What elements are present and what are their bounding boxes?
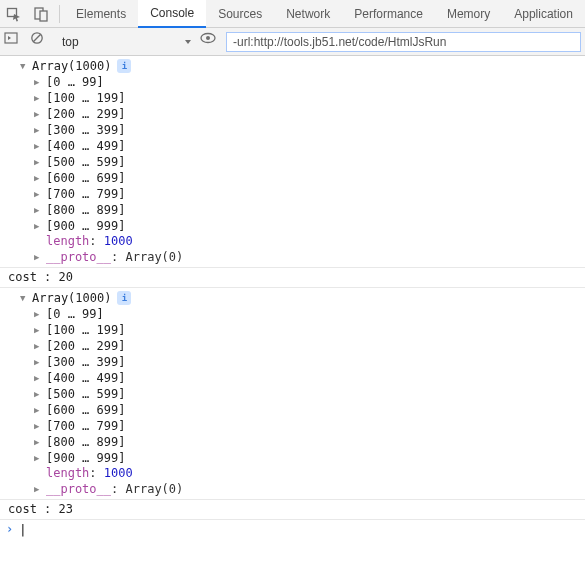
array-range-row[interactable]: [800 … 899]	[0, 202, 585, 218]
disclosure-triangle-icon[interactable]	[34, 122, 44, 138]
array-range-row[interactable]: [0 … 99]	[0, 306, 585, 322]
disclosure-triangle-icon[interactable]	[34, 106, 44, 122]
log-text: cost : 23	[0, 502, 585, 517]
property-key: length	[46, 466, 89, 481]
disclosure-triangle-icon[interactable]	[34, 386, 44, 402]
array-range-row[interactable]: [200 … 299]	[0, 106, 585, 122]
range-label: [0 … 99]	[46, 75, 104, 90]
disclosure-triangle-icon[interactable]	[34, 74, 44, 90]
disclosure-triangle-icon[interactable]	[34, 354, 44, 370]
array-range-row[interactable]: [700 … 799]	[0, 186, 585, 202]
array-length-row: length: 1000	[0, 466, 585, 481]
svg-rect-2	[40, 11, 47, 21]
range-label: [800 … 899]	[46, 203, 125, 218]
live-expression-icon[interactable]	[200, 31, 222, 53]
array-range-row[interactable]: [600 … 699]	[0, 402, 585, 418]
array-range-row[interactable]: [800 … 899]	[0, 434, 585, 450]
array-range-row[interactable]: [500 … 599]	[0, 386, 585, 402]
range-label: [0 … 99]	[46, 307, 104, 322]
range-label: [900 … 999]	[46, 219, 125, 234]
tab-application[interactable]: Application	[502, 0, 585, 28]
disclosure-triangle-icon[interactable]	[34, 306, 44, 322]
disclosure-triangle-icon[interactable]	[34, 402, 44, 418]
colon: :	[111, 250, 125, 265]
disclosure-triangle-icon[interactable]	[34, 481, 44, 497]
disclosure-triangle-icon[interactable]	[34, 218, 44, 234]
array-length-row: length: 1000	[0, 234, 585, 249]
console-body[interactable]: Array(1000) i [0 … 99] [100 … 199] [200 …	[0, 56, 585, 583]
array-range-row[interactable]: [900 … 999]	[0, 218, 585, 234]
info-badge-icon[interactable]: i	[117, 59, 131, 73]
svg-point-7	[206, 36, 210, 40]
array-range-row[interactable]: [900 … 999]	[0, 450, 585, 466]
array-range-row[interactable]: [100 … 199]	[0, 322, 585, 338]
toggle-sidebar-icon[interactable]	[4, 31, 26, 53]
array-range-row[interactable]: [0 … 99]	[0, 74, 585, 90]
array-range-row[interactable]: [200 … 299]	[0, 338, 585, 354]
range-label: [900 … 999]	[46, 451, 125, 466]
console-input[interactable]	[19, 523, 585, 537]
disclosure-triangle-icon[interactable]	[34, 90, 44, 106]
disclosure-triangle-icon[interactable]	[20, 290, 30, 306]
divider	[59, 5, 60, 23]
array-range-row[interactable]: [300 … 399]	[0, 122, 585, 138]
range-label: [300 … 399]	[46, 355, 125, 370]
log-entry: Array(1000) i [0 … 99] [100 … 199] [200 …	[0, 288, 585, 500]
array-range-row[interactable]: [500 … 599]	[0, 154, 585, 170]
array-header-row[interactable]: Array(1000) i	[0, 290, 585, 306]
range-label: [400 … 499]	[46, 139, 125, 154]
chevron-right-icon: ›	[6, 522, 13, 537]
tab-sources[interactable]: Sources	[206, 0, 274, 28]
array-range-row[interactable]: [400 … 499]	[0, 138, 585, 154]
tab-console[interactable]: Console	[138, 0, 206, 28]
range-label: [600 … 699]	[46, 171, 125, 186]
disclosure-triangle-icon[interactable]	[34, 249, 44, 265]
context-selector[interactable]: top	[56, 32, 196, 52]
array-header-label: Array(1000)	[32, 59, 111, 74]
range-label: [200 … 299]	[46, 107, 125, 122]
device-toolbar-icon[interactable]	[28, 0, 56, 28]
disclosure-triangle-icon[interactable]	[34, 170, 44, 186]
colon: :	[89, 234, 103, 249]
array-range-row[interactable]: [600 … 699]	[0, 170, 585, 186]
disclosure-triangle-icon[interactable]	[34, 434, 44, 450]
svg-line-5	[33, 34, 40, 41]
disclosure-triangle-icon[interactable]	[34, 202, 44, 218]
array-range-row[interactable]: [100 … 199]	[0, 90, 585, 106]
log-entry: cost : 20	[0, 268, 585, 288]
inspect-element-icon[interactable]	[0, 0, 28, 28]
tab-memory[interactable]: Memory	[435, 0, 502, 28]
tab-performance[interactable]: Performance	[342, 0, 435, 28]
clear-console-icon[interactable]	[30, 31, 52, 53]
disclosure-triangle-icon[interactable]	[34, 138, 44, 154]
array-range-row[interactable]: [400 … 499]	[0, 370, 585, 386]
disclosure-triangle-icon[interactable]	[34, 322, 44, 338]
disclosure-triangle-icon[interactable]	[20, 58, 30, 74]
range-label: [400 … 499]	[46, 371, 125, 386]
array-header-label: Array(1000)	[32, 291, 111, 306]
filter-input[interactable]	[226, 32, 581, 52]
array-range-row[interactable]: [300 … 399]	[0, 354, 585, 370]
array-proto-row[interactable]: __proto__: Array(0)	[0, 249, 585, 265]
info-badge-icon[interactable]: i	[117, 291, 131, 305]
range-label: [100 … 199]	[46, 323, 125, 338]
log-entry: cost : 23	[0, 500, 585, 520]
array-proto-row[interactable]: __proto__: Array(0)	[0, 481, 585, 497]
disclosure-triangle-icon[interactable]	[34, 154, 44, 170]
array-header-row[interactable]: Array(1000) i	[0, 58, 585, 74]
colon: :	[111, 482, 125, 497]
disclosure-triangle-icon[interactable]	[34, 450, 44, 466]
disclosure-triangle-icon[interactable]	[34, 338, 44, 354]
console-prompt[interactable]: ›	[0, 520, 585, 539]
chevron-down-icon	[184, 38, 192, 46]
disclosure-triangle-icon[interactable]	[34, 186, 44, 202]
property-value: 1000	[104, 234, 133, 249]
property-value: Array(0)	[125, 482, 183, 497]
array-range-row[interactable]: [700 … 799]	[0, 418, 585, 434]
disclosure-triangle-icon[interactable]	[34, 370, 44, 386]
log-entry: Array(1000) i [0 … 99] [100 … 199] [200 …	[0, 56, 585, 268]
disclosure-triangle-icon[interactable]	[34, 418, 44, 434]
devtools-tabbar: Elements Console Sources Network Perform…	[0, 0, 585, 28]
tab-elements[interactable]: Elements	[64, 0, 138, 28]
tab-network[interactable]: Network	[274, 0, 342, 28]
